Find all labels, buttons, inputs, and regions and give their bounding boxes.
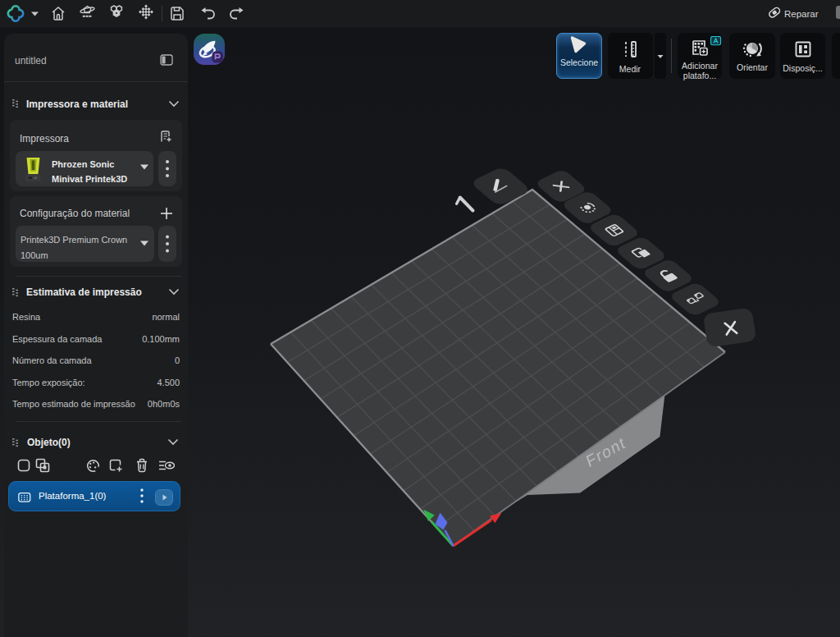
svg-text:Reparar: Reparar <box>784 9 819 19</box>
